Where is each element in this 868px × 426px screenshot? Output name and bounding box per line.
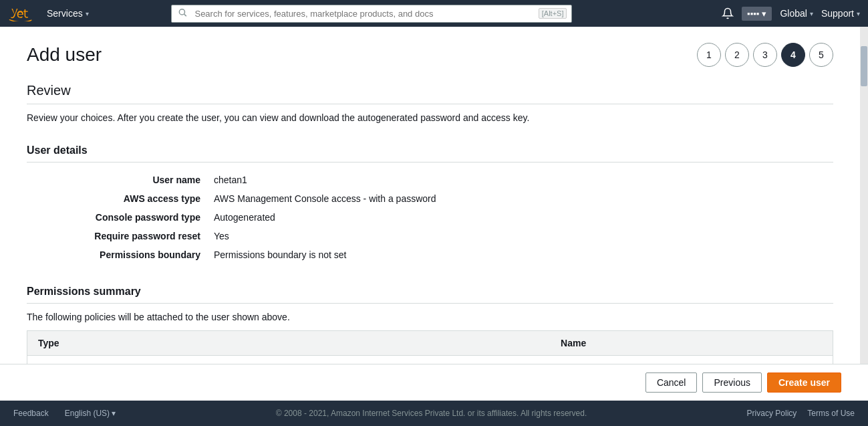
top-navigation: Services ▾ [Alt+S] ▪▪▪▪ ▾ Global ▾ Suppo… (0, 0, 868, 27)
search-bar-container: [Alt+S] (171, 5, 572, 23)
user-details-table: User name chetan1 AWS access type AWS Ma… (27, 171, 833, 264)
language-chevron: ▾ (112, 409, 116, 418)
step-indicators: 1 2 3 4 5 (697, 43, 833, 67)
aws-access-type-value: AWS Management Console access - with a p… (214, 193, 436, 204)
action-bar: Cancel Previous Create user (0, 364, 868, 401)
user-name-row: User name chetan1 (27, 171, 833, 189)
scrollbar-thumb[interactable] (861, 46, 867, 86)
console-password-value: Autogenerated (214, 212, 275, 223)
aws-access-type-label: AWS access type (27, 193, 214, 204)
step-5[interactable]: 5 (809, 43, 833, 67)
review-title: Review (27, 83, 833, 104)
console-password-row: Console password type Autogenerated (27, 208, 833, 227)
user-details-section: User details User name chetan1 AWS acces… (27, 144, 833, 264)
user-details-title: User details (27, 144, 833, 163)
terms-of-use-link[interactable]: Terms of Use (807, 409, 855, 418)
account-chevron: ▾ (762, 9, 766, 19)
services-chevron: ▾ (86, 10, 89, 17)
permissions-boundary-row: Permissions boundary Permissions boundar… (27, 245, 833, 264)
language-selector[interactable]: English (US) ▾ (65, 409, 116, 418)
permissions-summary-title: Permissions summary (27, 286, 833, 304)
region-selector[interactable]: Global ▾ (780, 8, 813, 19)
region-label: Global (780, 8, 807, 19)
cancel-button[interactable]: Cancel (645, 372, 698, 393)
footer: Feedback English (US) ▾ © 2008 - 2021, A… (0, 401, 868, 426)
step-3[interactable]: 3 (753, 43, 777, 67)
footer-right: Privacy Policy Terms of Use (747, 409, 855, 418)
step-2[interactable]: 2 (725, 43, 749, 67)
col-name: Name (550, 331, 833, 356)
feedback-link[interactable]: Feedback (13, 409, 49, 418)
services-menu[interactable]: Services ▾ (41, 5, 94, 21)
privacy-policy-link[interactable]: Privacy Policy (747, 409, 797, 418)
require-password-reset-value: Yes (214, 231, 229, 241)
user-name-label: User name (27, 175, 214, 185)
scrollbar-track[interactable] (860, 27, 868, 401)
page-title: Add user (27, 44, 102, 66)
step-4[interactable]: 4 (781, 43, 805, 67)
notifications-button[interactable] (722, 7, 734, 19)
require-password-reset-label: Require password reset (27, 231, 214, 241)
support-chevron: ▾ (857, 10, 860, 17)
table-header-row: Type Name (27, 331, 833, 356)
svg-line-1 (184, 14, 186, 16)
account-name: ▪▪▪▪ (747, 9, 759, 19)
review-desc: Review your choices. After you create th… (27, 112, 833, 123)
search-shortcut: [Alt+S] (539, 8, 567, 19)
footer-left: Feedback English (US) ▾ (13, 409, 116, 418)
region-chevron: ▾ (810, 10, 813, 17)
account-menu[interactable]: ▪▪▪▪ ▾ (742, 7, 772, 21)
language-label: English (US) (65, 409, 110, 418)
permissions-boundary-label: Permissions boundary (27, 249, 214, 260)
create-user-button[interactable]: Create user (767, 372, 841, 393)
aws-logo[interactable] (8, 5, 33, 21)
support-label: Support (821, 8, 854, 19)
previous-button[interactable]: Previous (702, 372, 761, 393)
col-type: Type (27, 331, 551, 356)
nav-right: ▪▪▪▪ ▾ Global ▾ Support ▾ (722, 7, 860, 21)
require-password-reset-row: Require password reset Yes (27, 227, 833, 245)
search-input[interactable] (171, 5, 572, 23)
support-menu[interactable]: Support ▾ (821, 8, 860, 19)
review-section: Review Review your choices. After you cr… (27, 83, 833, 123)
content-area: Add user 1 2 3 4 5 Revie (0, 27, 860, 401)
services-label: Services (47, 8, 83, 19)
step-1[interactable]: 1 (697, 43, 721, 67)
console-password-label: Console password type (27, 212, 214, 223)
permissions-boundary-value: Permissions boundary is not set (214, 249, 346, 260)
svg-point-0 (180, 9, 185, 15)
aws-access-type-row: AWS access type AWS Management Console a… (27, 189, 833, 208)
footer-copyright: © 2008 - 2021, Amazon Internet Services … (276, 409, 587, 418)
permissions-desc: The following policies will be attached … (27, 312, 833, 322)
user-name-value: chetan1 (214, 175, 247, 185)
search-icon (178, 8, 187, 19)
page-header: Add user 1 2 3 4 5 (27, 43, 833, 67)
